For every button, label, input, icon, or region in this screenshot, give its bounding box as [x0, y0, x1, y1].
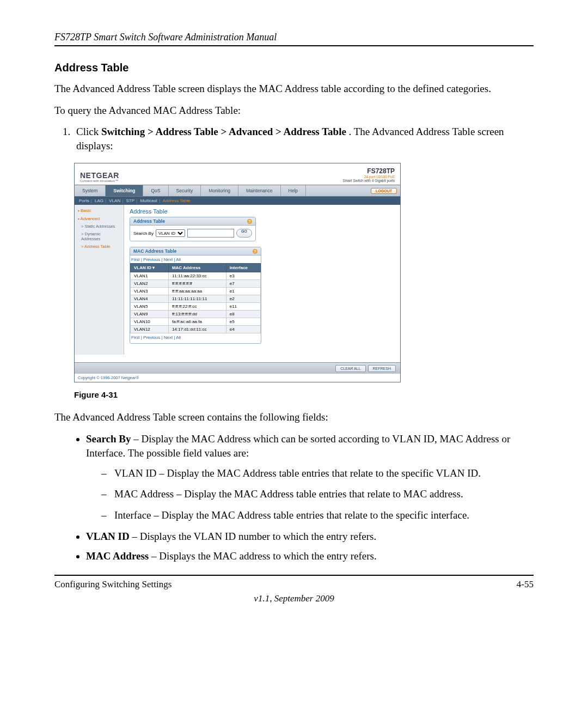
version-line: v1.1, September 2009 — [54, 593, 534, 604]
tab-qos[interactable]: QoS — [143, 185, 168, 196]
table-cell: VLAN2 — [131, 280, 169, 288]
app-header: NETGEAR Connect with Innovation™ FS728TP… — [75, 163, 400, 185]
main-content: Address Table Address Table ? Search By … — [124, 205, 400, 355]
table-cell: ff:ff:aa:aa:aa:aa — [168, 288, 226, 295]
help-icon[interactable]: ? — [253, 249, 258, 254]
search-panel-title: Address Table — [133, 218, 165, 224]
bullet-vlan-id: VLAN ID – Displays the VLAN ID number to… — [86, 530, 534, 544]
intro-paragraph: The Advanced Address Table screen displa… — [54, 82, 534, 96]
table-cell: VLAN5 — [131, 303, 169, 311]
step-text-prefix: Click — [76, 126, 101, 137]
sidebar-advanced[interactable]: • Advanced — [77, 215, 121, 223]
mac-panel-title: MAC Address Table — [133, 248, 176, 254]
table-cell: VLAN3 — [131, 288, 169, 295]
tab-maintenance[interactable]: Maintenance — [238, 185, 281, 196]
table-cell: VLAN10 — [131, 318, 169, 326]
col-mac-address[interactable]: MAC Address — [168, 264, 226, 272]
table-cell: VLAN4 — [131, 295, 169, 303]
table-cell: e2 — [226, 295, 260, 303]
table-row[interactable]: VLAN9ff:13:ff:ff:ff:dde8 — [131, 311, 261, 318]
refresh-button[interactable]: REFRESH — [368, 365, 396, 372]
step-nav-path: Switching > Address Table > Advanced > A… — [101, 126, 346, 137]
sub-bullet-vlan-id: VLAN ID – Display the MAC Address table … — [101, 466, 534, 481]
subnav-address-table[interactable]: Address Table — [163, 198, 191, 203]
sidebar-address-table[interactable]: > Address Table — [77, 243, 121, 250]
bullet-vlan-id-label: VLAN ID — [86, 531, 130, 542]
help-icon[interactable]: ? — [247, 219, 252, 224]
step-list: Click Switching > Address Table > Advanc… — [54, 125, 534, 153]
fields-intro: The Advanced Address Table screen contai… — [54, 410, 534, 424]
bullet-search-by-label: Search By — [86, 433, 131, 445]
logout-button[interactable]: LOGOUT — [371, 188, 397, 194]
sidebar-static-addresses[interactable]: > Static Addresses — [77, 223, 121, 230]
app-window: NETGEAR Connect with Innovation™ FS728TP… — [74, 163, 401, 382]
tab-switching[interactable]: Switching — [106, 185, 143, 196]
pagination-bottom[interactable]: First | Previous | Next | All — [130, 333, 261, 341]
product-model: FS728TP — [342, 168, 395, 175]
lead-in: To query the Advanced MAC Address Table: — [54, 104, 534, 118]
footer-rule — [54, 575, 534, 576]
pagination-top[interactable]: First | Previous | Next | All — [130, 255, 261, 263]
table-cell: e1 — [226, 288, 260, 295]
search-panel: Address Table ? Search By VLAN ID GO — [130, 217, 256, 241]
product-info: FS728TP 24-port 10/100 PoE Smart Switch … — [342, 168, 395, 182]
sub-nav: Ports| LAG| VLAN| STP| Multicast| Addres… — [75, 197, 400, 205]
search-input[interactable] — [187, 229, 234, 238]
figure-caption: Figure 4-31 — [74, 390, 401, 399]
subnav-vlan[interactable]: VLAN — [109, 198, 120, 203]
brand-text: NETGEAR — [80, 172, 119, 179]
tab-security[interactable]: Security — [169, 185, 201, 196]
table-row[interactable]: VLAN111:11:aa:22:33:cce3 — [131, 272, 261, 280]
search-by-label: Search By — [133, 231, 154, 236]
bullet-mac-address-text: – Displays the MAC address to which the … — [149, 550, 376, 562]
table-row[interactable]: VLAN5ff:ff:ff:22:ff:cce11 — [131, 303, 261, 311]
go-button[interactable]: GO — [236, 229, 252, 238]
table-cell: ff:ff:ff:ff:ff:ff — [168, 280, 226, 288]
table-cell: 11:11:aa:22:33:cc — [168, 272, 226, 280]
subnav-ports[interactable]: Ports — [79, 198, 89, 203]
mac-address-table: VLAN ID ▾ MAC Address Interface VLAN111:… — [130, 263, 261, 333]
subnav-stp[interactable]: STP — [126, 198, 135, 203]
table-cell: e11 — [226, 303, 260, 311]
sidebar: • Basic • Advanced > Static Addresses > … — [75, 205, 124, 355]
subnav-lag[interactable]: LAG — [95, 198, 103, 203]
table-row[interactable]: VLAN3ff:ff:aa:aa:aa:aae1 — [131, 288, 261, 295]
page-title: Address Table — [130, 208, 395, 215]
sidebar-basic[interactable]: • Basic — [77, 207, 121, 215]
footer-left: Configuring Switching Settings — [54, 579, 171, 590]
tab-monitoring[interactable]: Monitoring — [201, 185, 238, 196]
running-header: FS728TP Smart Switch Software Administra… — [54, 32, 534, 43]
figure-container: NETGEAR Connect with Innovation™ FS728TP… — [74, 163, 401, 399]
bullet-vlan-id-text: – Displays the VLAN ID number to which t… — [130, 531, 376, 542]
table-cell: fa:ff:ac:a6:aa:fa — [168, 318, 226, 326]
table-row[interactable]: VLAN1214:17:d1:dd:11:cce4 — [131, 326, 261, 333]
col-vlan-id[interactable]: VLAN ID ▾ — [131, 264, 169, 272]
table-row[interactable]: VLAN411:11:11:11:11:11e2 — [131, 295, 261, 303]
table-row[interactable]: VLAN2ff:ff:ff:ff:ff:ffe7 — [131, 280, 261, 288]
clear-all-button[interactable]: CLEAR ALL — [335, 365, 365, 372]
table-cell: e5 — [226, 318, 260, 326]
copyright: Copyright © 1996-2007 Netgear® — [75, 374, 400, 382]
product-subtitle-2: Smart Switch with 4 Gigabit ports — [342, 179, 395, 182]
table-cell: e8 — [226, 311, 260, 318]
sidebar-dynamic-addresses[interactable]: > Dynamic Addresses — [77, 230, 121, 242]
table-cell: ff:13:ff:ff:ff:dd — [168, 311, 226, 318]
header-rule — [54, 45, 534, 46]
search-by-select[interactable]: VLAN ID — [156, 229, 185, 237]
sub-bullet-mac-address: MAC Address – Display the MAC Address ta… — [101, 487, 534, 502]
tab-help[interactable]: Help — [281, 185, 306, 196]
mac-table-panel: MAC Address Table ? First | Previous | N… — [130, 247, 261, 344]
col-interface[interactable]: Interface — [226, 264, 260, 272]
brand-tagline: Connect with Innovation™ — [80, 179, 119, 182]
tab-system[interactable]: System — [75, 185, 106, 196]
table-cell: VLAN1 — [131, 272, 169, 280]
field-bullets: Search By – Display the MAC Address whic… — [54, 432, 534, 564]
footer-right: 4-55 — [517, 579, 534, 590]
bullet-search-by-text: – Display the MAC Address which can be s… — [86, 433, 510, 459]
table-cell: e3 — [226, 272, 260, 280]
table-row[interactable]: VLAN10fa:ff:ac:a6:aa:fae5 — [131, 318, 261, 326]
subnav-multicast[interactable]: Multicast — [140, 198, 157, 203]
footer-row: Configuring Switching Settings 4-55 — [54, 579, 534, 590]
action-bar: CLEAR ALL REFRESH — [75, 362, 400, 374]
bullet-mac-address-label: MAC Address — [86, 550, 149, 562]
